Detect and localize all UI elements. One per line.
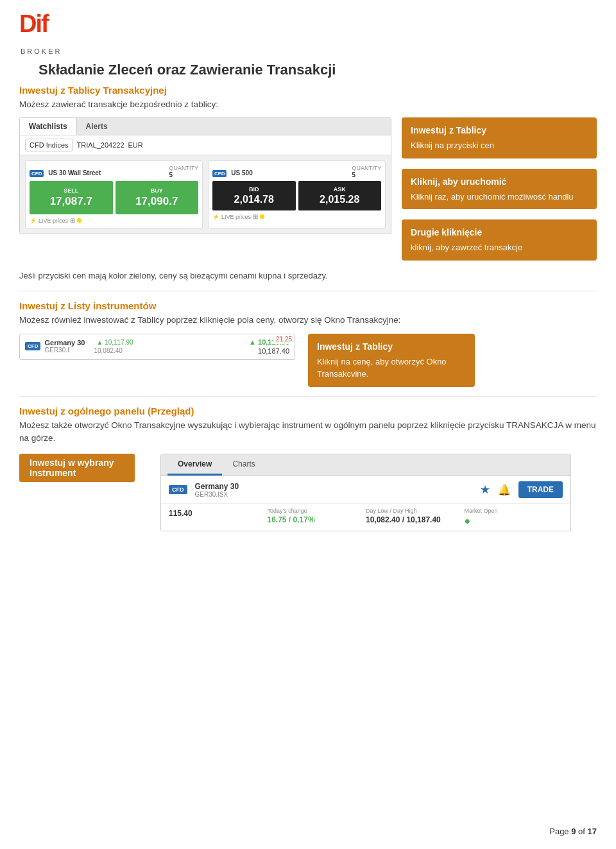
us500-cfd-badge: CFD: [212, 170, 227, 177]
logo-dif: Dif: [19, 10, 48, 37]
section3-heading: Inwestuj z ogólnego panelu (Przegląd): [19, 406, 597, 416]
us30-buy-label: BUY: [151, 187, 163, 194]
callout1-body: Kliknij na przyciski cen: [411, 141, 494, 150]
section3-body: Możesz także otworzyć Okno Transakcyjne …: [19, 419, 597, 445]
divider1: [19, 291, 597, 291]
overview-tab-charts[interactable]: Charts: [222, 454, 265, 476]
instrument-row-germany30: CFD Germany 30 GER30.I ▲ 10,117.90 10,08…: [20, 334, 295, 359]
us30-live-dot: [77, 218, 81, 223]
page-number: 9: [571, 827, 576, 836]
callout4-container: Inwestuj z Tablicy Kliknij na cenę, aby …: [295, 334, 597, 387]
invest-wybrany-label: Inwestuj w wybrany Instrument: [19, 454, 135, 482]
price-value: 115.40: [169, 509, 268, 518]
callout1-title: Inwestuj z Tablicy: [411, 124, 588, 137]
callout-invest-tablicy: Inwestuj z Tablicy Kliknij na przyciski …: [402, 117, 597, 159]
us500-live-dot: [260, 214, 264, 219]
callout-invest-tablicy2: Inwestuj z Tablicy Kliknij na cenę, aby …: [308, 334, 475, 387]
us30-sell-button[interactable]: SELL 17,087.7: [30, 181, 113, 214]
us500-live: ⚡ LIVE prices ⊞: [212, 213, 381, 220]
section2-heading: Inwestuj z Listy instrumentów: [19, 300, 597, 311]
us30-header: CFD US 30 Wall Street QUANTITY 5: [30, 165, 198, 178]
us500-qty-block: QUANTITY 5: [352, 165, 381, 178]
overview-with-label: Inwestuj w wybrany Instrument Overview C…: [19, 454, 597, 531]
star-icon[interactable]: ★: [480, 483, 490, 497]
status-cell: Market Open ●: [465, 508, 563, 527]
us500-bid-label: BID: [249, 186, 259, 193]
cfd-indices-select[interactable]: CFD Indices: [25, 139, 73, 151]
top-section: Watchlists Alerts CFD Indices TRIAL_2042…: [19, 117, 597, 261]
us500-ask-price: 2,015.28: [301, 194, 379, 205]
callout-drugie: Drugie kliknięcie kliknij, aby zawrzeć t…: [402, 219, 597, 261]
lightning-icon: ⚡: [30, 218, 37, 224]
status-label: Market Open: [465, 508, 563, 514]
account-name: TRIAL_204222: [77, 141, 124, 149]
us500-card: CFD US 500 QUANTITY 5 BID 2,014.78: [208, 160, 386, 228]
il-name-block: Germany 30 GER30.I: [44, 339, 85, 354]
change-value: 16.75 / 0.17%: [268, 515, 366, 524]
header: Dif BROKER: [0, 0, 616, 62]
invest-label-container: Inwestuj w wybrany Instrument: [19, 454, 135, 482]
us30-name: US 30 Wall Street: [48, 169, 101, 176]
us30-live: ⚡ LIVE prices ⊞: [30, 217, 198, 224]
divider2: [19, 396, 597, 397]
il-price2[interactable]: 10,187.40: [258, 347, 289, 355]
overview-tab-overview[interactable]: Overview: [167, 454, 222, 476]
info-text: Jeśli przyciski cen mają kolor zielony, …: [19, 270, 597, 282]
us30-qty: 5: [169, 171, 198, 178]
overview-data-row: 115.40 Today's change 16.75 / 0.17% Day …: [161, 503, 570, 531]
callout4-body: Kliknij na cenę, aby otworzyć Okno Trans…: [317, 357, 447, 379]
trade-button[interactable]: TRADE: [518, 481, 563, 498]
main-content: Składanie Zleceń oraz Zawieranie Transak…: [0, 62, 616, 551]
watchlist-toolbar: CFD Indices TRIAL_204222 EUR: [20, 135, 391, 155]
us500-qty-label: QUANTITY: [352, 165, 381, 171]
bell-icon[interactable]: 🔔: [498, 484, 511, 496]
watchlist-tab-watchlists[interactable]: Watchlists: [20, 118, 77, 135]
us30-buttons: SELL 17,087.7 BUY 17,090.7: [30, 181, 198, 214]
page-total: 17: [588, 827, 597, 836]
watchlist-screenshot: Watchlists Alerts CFD Indices TRIAL_2042…: [19, 117, 391, 234]
logo: Dif BROKER: [19, 12, 62, 55]
us30-grid-icon: ⊞: [70, 217, 75, 224]
il-change1: ▲ 10,117.90: [96, 339, 133, 346]
us500-name: US 500: [231, 169, 252, 176]
footer-text: Page 9 of 17: [549, 827, 597, 836]
us500-live-label: LIVE prices: [221, 214, 251, 220]
il-change2: 10,082.40: [94, 347, 133, 354]
us500-ask-label: ASK: [334, 186, 346, 193]
section2-body: Możesz również inwestować z Tablicy popr…: [19, 314, 597, 327]
us30-buy-button[interactable]: BUY 17,090.7: [116, 181, 199, 214]
us30-name-block: CFD US 30 Wall Street: [30, 167, 101, 177]
us30-live-label: LIVE prices: [38, 218, 68, 224]
us30-buy-price: 17,090.7: [119, 195, 195, 208]
lowhigh-label: Day Low / Day High: [366, 508, 465, 514]
logo-broker: BROKER: [21, 47, 62, 55]
page-title: Składanie Zleceń oraz Zawieranie Transak…: [19, 62, 597, 85]
section1-body: Możesz zawierać transakcje bezpośrednio …: [19, 98, 597, 111]
overview-tabs: Overview Charts: [161, 454, 570, 476]
page-footer: Page 9 of 17: [549, 827, 597, 836]
us500-bid-price: 2,014.78: [215, 194, 293, 205]
change-cell: Today's change 16.75 / 0.17%: [268, 508, 366, 527]
us500-ask-button[interactable]: ASK 2,015.28: [298, 181, 382, 210]
status-dot: ●: [465, 515, 563, 527]
il-cfd-badge: CFD: [25, 342, 40, 350]
watchlist-tab-alerts[interactable]: Alerts: [77, 118, 117, 135]
us500-bid-button[interactable]: BID 2,014.78: [212, 181, 296, 210]
us30-card: CFD US 30 Wall Street QUANTITY 5 SELL 17…: [25, 160, 203, 228]
price-cell: 115.40: [169, 508, 268, 527]
instrument-list-screenshot: CFD Germany 30 GER30.I ▲ 10,117.90 10,08…: [19, 334, 295, 360]
right-callouts: Inwestuj z Tablicy Kliknij na przyciski …: [391, 117, 597, 261]
us500-qty: 5: [352, 171, 381, 178]
callout3-body: kliknij, aby zawrzeć transakcje: [411, 243, 522, 252]
overview-code: GER30.ISX: [195, 491, 239, 498]
callout3-title: Drugie kliknięcie: [411, 226, 588, 239]
overview-row: CFD Germany 30 GER30.ISX ★ 🔔 TRADE: [161, 476, 570, 503]
bottom-section: Inwestuj w wybrany Instrument Overview C…: [19, 454, 597, 531]
callout2-body: Kliknij raz, aby uruchomić możliwość han…: [411, 192, 574, 202]
us30-cfd-badge: CFD: [30, 170, 44, 177]
il-badge-block: CFD: [25, 342, 40, 350]
us500-bid-ask: BID 2,014.78 ASK 2,015.28: [212, 181, 381, 210]
us500-lightning-icon: ⚡: [212, 214, 219, 220]
il-change-block: ▲ 10,117.90 10,082.40: [94, 339, 133, 354]
overview-cfd-badge: CFD: [169, 485, 187, 494]
